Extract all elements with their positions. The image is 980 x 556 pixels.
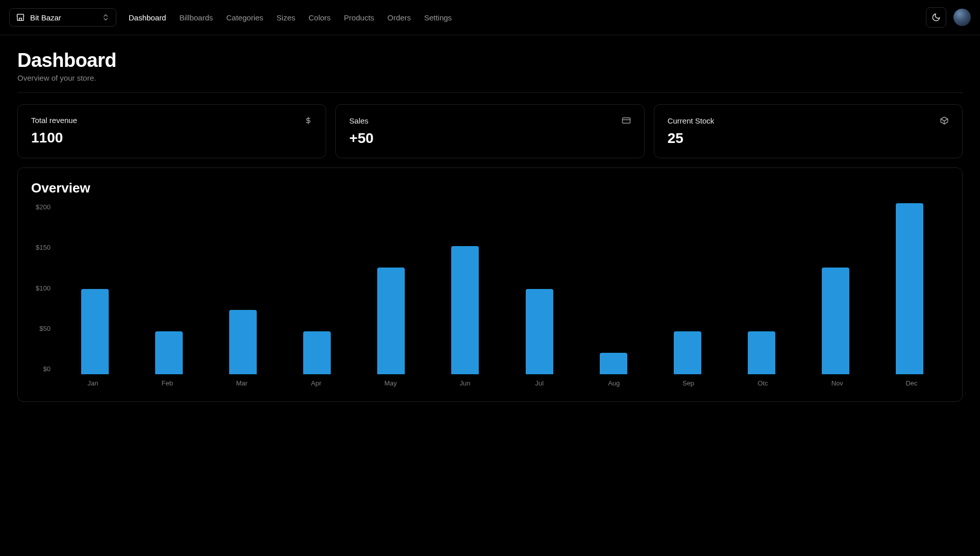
bar-slot [725,203,799,374]
bar-may [377,268,405,374]
nav-item-billboards[interactable]: Billboards [179,13,213,22]
y-tick: $0 [43,365,51,373]
bar-aug [600,353,627,374]
card-label: Total revenue [31,116,77,125]
store-selector[interactable]: Bit Bazar [9,8,116,27]
bar-otc [748,331,775,374]
x-tick: Jan [56,379,130,387]
x-tick: Feb [130,379,205,387]
package-icon [940,116,949,125]
bar-nov [822,268,849,374]
nav-item-settings[interactable]: Settings [424,13,452,22]
bar-slot [873,203,947,374]
nav-item-orders[interactable]: Orders [387,13,411,22]
store-name: Bit Bazar [30,13,96,22]
bar-slot [132,203,206,374]
x-tick: Aug [577,379,651,387]
bar-feb [155,331,183,374]
y-tick: $200 [36,203,51,211]
x-tick: Jun [428,379,502,387]
y-tick: $50 [39,325,51,332]
bar-slot [354,203,428,374]
bar-slot [58,203,132,374]
y-tick: $150 [36,244,51,251]
dollar-icon [304,116,312,125]
bar-jun [451,246,479,374]
x-tick: Nov [800,379,874,387]
nav-item-products[interactable]: Products [344,13,374,22]
x-tick: Apr [279,379,353,387]
y-tick: $100 [36,284,51,292]
chart-bars [56,203,949,374]
avatar[interactable] [953,9,971,26]
x-tick: May [353,379,428,387]
divider [17,92,963,93]
svg-rect-1 [622,118,630,124]
bar-jul [526,289,553,375]
bar-slot [280,203,354,374]
x-tick: Otc [725,379,800,387]
chart-panel: Overview $200$150$100$50$0 JanFebMarAprM… [17,167,963,402]
x-tick: Jul [502,379,577,387]
card-value: 1100 [31,130,312,146]
card-value: 25 [668,130,949,147]
nav-item-dashboard[interactable]: Dashboard [129,13,166,22]
card-value: +50 [349,130,630,147]
bar-apr [303,331,331,374]
bar-slot [206,203,280,374]
card-current-stock: Current Stock 25 [654,104,963,158]
card-sales: Sales +50 [335,104,644,158]
moon-icon [932,13,941,22]
credit-card-icon [622,116,631,125]
bar-slot [502,203,576,374]
nav-item-categories[interactable]: Categories [226,13,263,22]
bar-sep [674,331,701,374]
x-tick: Sep [651,379,726,387]
nav-item-colors[interactable]: Colors [309,13,331,22]
main-nav: DashboardBillboardsCategoriesSizesColors… [129,13,452,22]
chart-x-axis: JanFebMarAprMayJunJulAugSepOtcNovDec [56,379,949,387]
bar-mar [229,310,257,374]
x-tick: Mar [205,379,279,387]
chevron-up-down-icon [102,13,110,21]
bar-slot [650,203,724,374]
bar-dec [896,203,923,374]
card-label: Current Stock [668,116,715,125]
theme-toggle[interactable] [926,7,946,28]
bar-jan [81,289,109,375]
card-label: Sales [349,116,369,125]
chart-y-axis: $200$150$100$50$0 [31,203,56,387]
bar-slot [428,203,502,374]
page-title: Dashboard [17,50,963,71]
nav-item-sizes[interactable]: Sizes [277,13,296,22]
card-total-revenue: Total revenue 1100 [17,104,326,158]
x-tick: Dec [874,379,949,387]
bar-slot [576,203,650,374]
chart-title: Overview [31,180,949,196]
page-subtitle: Overview of your store. [17,74,963,82]
bar-slot [799,203,873,374]
store-icon [16,13,25,22]
